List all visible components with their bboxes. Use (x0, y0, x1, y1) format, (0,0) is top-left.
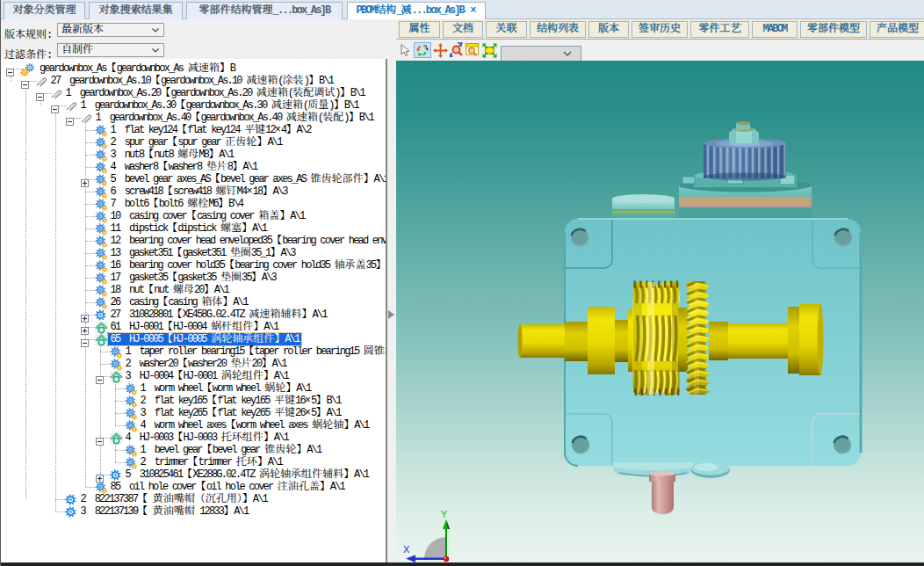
svg-text:X: X (403, 544, 410, 555)
svg-text:Y: Y (441, 509, 448, 519)
